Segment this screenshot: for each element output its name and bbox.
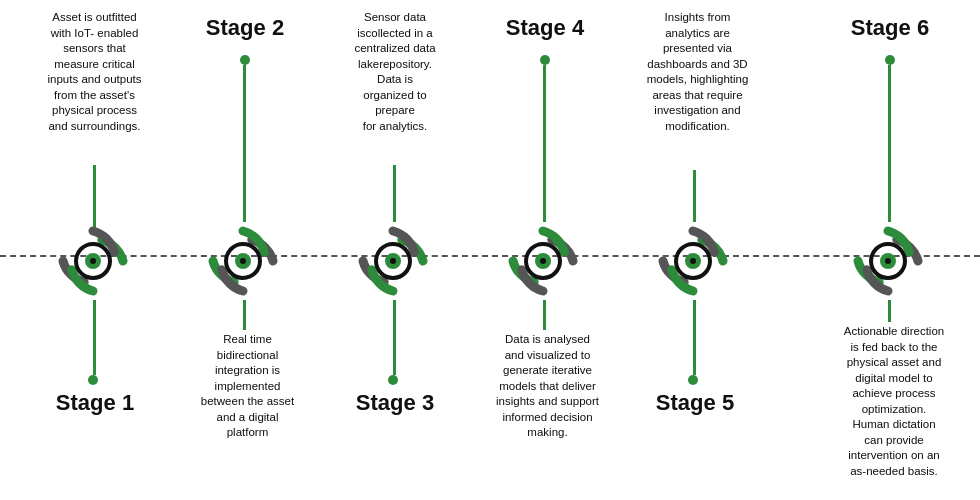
stage-2-line-up	[243, 65, 246, 222]
timeline-container: Asset is outfittedwith IoT- enabledsenso…	[0, 0, 980, 500]
svg-point-11	[540, 258, 546, 264]
stage-6-circle	[849, 222, 927, 304]
stage-1-dot	[88, 375, 98, 385]
stage-1-circle	[54, 222, 132, 304]
stage-3-text-top: Sensor dataiscollected in acentralized d…	[330, 10, 460, 134]
stage-3-dot	[388, 375, 398, 385]
stage-6-text-bottom: Actionable directionis fed back to theph…	[818, 324, 970, 479]
stage-4-dot-top	[540, 55, 550, 65]
svg-point-5	[240, 258, 246, 264]
stage-4-line-up	[543, 65, 546, 222]
stage-5-text-top: Insights fromanalytics arepresented viad…	[630, 10, 765, 134]
stage-4-line-down	[543, 300, 546, 330]
stage-5-line-down	[693, 300, 696, 375]
stage-6-label: Stage 6	[845, 15, 935, 41]
stage-2-text-bottom: Real timebidirectionalintegration isimpl…	[175, 332, 320, 441]
stage-6-dot-top	[885, 55, 895, 65]
stage-4-text-bottom: Data is analysedand visualized togenerat…	[475, 332, 620, 441]
stage-2-label: Stage 2	[200, 15, 290, 41]
stage-5-line-up	[693, 170, 696, 222]
stage-5-circle	[654, 222, 732, 304]
svg-point-8	[390, 258, 396, 264]
stage-5-label: Stage 5	[650, 390, 740, 416]
stage-2-circle	[204, 222, 282, 304]
stage-1-text-top: Asset is outfittedwith IoT- enabledsenso…	[22, 10, 167, 134]
stage-2-dot-top	[240, 55, 250, 65]
stage-3-label: Stage 3	[350, 390, 440, 416]
stage-4-label: Stage 4	[500, 15, 590, 41]
stage-6-line-up	[888, 65, 891, 222]
svg-point-14	[690, 258, 696, 264]
svg-point-2	[90, 258, 96, 264]
svg-point-17	[885, 258, 891, 264]
stage-5-dot	[688, 375, 698, 385]
stage-1-line-up	[93, 165, 96, 230]
stage-3-circle	[354, 222, 432, 304]
timeline-line	[0, 255, 980, 257]
stage-2-line-down	[243, 300, 246, 330]
stage-3-line-up	[393, 165, 396, 222]
stage-4-circle	[504, 222, 582, 304]
stage-1-label: Stage 1	[50, 390, 140, 416]
stage-3-line-down	[393, 300, 396, 375]
stage-1-line-down	[93, 300, 96, 375]
